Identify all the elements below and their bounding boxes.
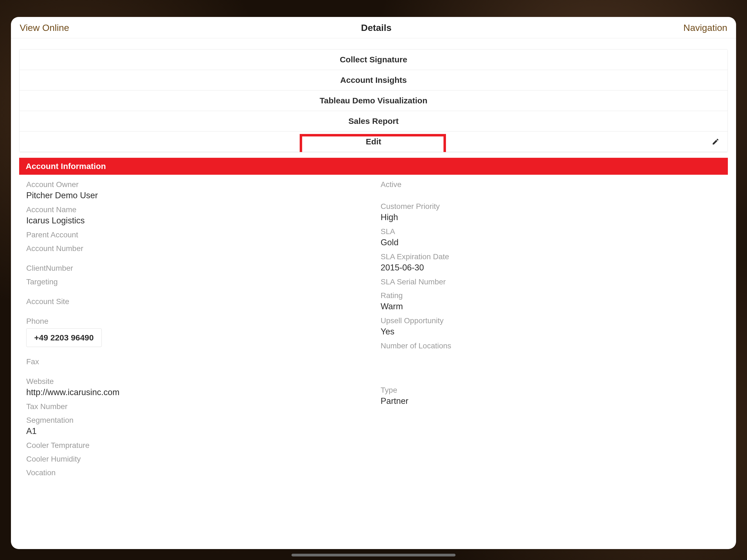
popover-arrow [23,17,40,18]
header-bar: View Online Details Navigation [11,17,736,38]
label-targeting: Targeting [26,278,366,286]
edit-button[interactable]: Edit [19,131,728,152]
field-type: Type Partner [381,386,721,406]
field-cooler-humidity: Cooler Humidity [26,455,366,463]
page-title: Details [361,22,391,33]
value-rating: Warm [381,302,721,311]
label-tax-number: Tax Number [26,402,366,411]
label-segmentation: Segmentation [26,416,366,425]
label-phone: Phone [26,317,366,326]
details-modal: View Online Details Navigation Collect S… [11,17,736,549]
pencil-icon [712,138,719,146]
value-account-name: Icarus Logistics [26,216,366,226]
field-account-site: Account Site [26,297,366,306]
account-insights-button[interactable]: Account Insights [19,70,728,91]
content-scroll[interactable]: Collect Signature Account Insights Table… [11,38,736,549]
fields-container: Account Owner Pitcher Demo User Account … [19,175,728,487]
section-header-account-info: Account Information [19,158,728,175]
field-upsell: Upsell Opportunity Yes [381,316,721,337]
label-account-number: Account Number [26,244,366,253]
phone-button[interactable]: +49 2203 96490 [26,328,102,347]
value-account-owner: Pitcher Demo User [26,190,366,200]
field-cooler-temp: Cooler Temprature [26,441,366,450]
value-sla-exp: 2015-06-30 [381,263,721,273]
navigation-link[interactable]: Navigation [683,22,727,33]
value-customer-priority: High [381,212,721,222]
field-segmentation: Segmentation A1 [26,416,366,436]
field-vocation: Vocation [26,468,366,477]
field-tax-number: Tax Number [26,402,366,411]
label-active: Active [381,180,721,189]
sales-report-button[interactable]: Sales Report [19,111,728,131]
action-list: Collect Signature Account Insights Table… [19,49,728,152]
tableau-demo-button[interactable]: Tableau Demo Visualization [19,91,728,111]
label-locations: Number of Locations [381,341,721,350]
fields-right-column: Active Customer Priority High SLA Gold S… [374,180,728,482]
label-account-name: Account Name [26,205,366,214]
label-rating: Rating [381,291,721,300]
label-vocation: Vocation [26,468,366,477]
label-upsell: Upsell Opportunity [381,316,721,325]
label-fax: Fax [26,357,366,366]
field-locations: Number of Locations [381,341,721,350]
label-account-owner: Account Owner [26,180,366,189]
value-upsell: Yes [381,327,721,337]
field-account-name: Account Name Icarus Logistics [26,205,366,226]
label-account-site: Account Site [26,297,366,306]
field-rating: Rating Warm [381,291,721,311]
label-customer-priority: Customer Priority [381,202,721,211]
field-sla: SLA Gold [381,227,721,248]
value-sla: Gold [381,238,721,248]
label-cooler-temp: Cooler Temprature [26,441,366,450]
label-website: Website [26,377,366,386]
field-customer-priority: Customer Priority High [381,202,721,222]
value-website[interactable]: http://www.icarusinc.com [26,387,366,397]
label-client-number: ClientNumber [26,264,366,273]
view-online-link[interactable]: View Online [20,22,69,33]
field-account-owner: Account Owner Pitcher Demo User [26,180,366,200]
field-active: Active [381,180,721,189]
home-indicator [291,554,456,556]
field-phone: Phone +49 2203 96490 [26,317,366,347]
label-sla: SLA [381,227,721,236]
label-sla-exp: SLA Expiration Date [381,252,721,261]
field-sla-exp: SLA Expiration Date 2015-06-30 [381,252,721,273]
label-cooler-humidity: Cooler Humidity [26,455,366,463]
label-parent-account: Parent Account [26,230,366,239]
field-account-number: Account Number [26,244,366,253]
field-parent-account: Parent Account [26,230,366,239]
fields-left-column: Account Owner Pitcher Demo User Account … [19,180,374,482]
field-fax: Fax [26,357,366,366]
field-client-number: ClientNumber [26,264,366,273]
collect-signature-button[interactable]: Collect Signature [19,50,728,70]
field-sla-serial: SLA Serial Number [381,278,721,286]
edit-button-label: Edit [366,137,381,146]
value-type: Partner [381,396,721,406]
field-website: Website http://www.icarusinc.com [26,377,366,397]
label-sla-serial: SLA Serial Number [381,278,721,286]
label-type: Type [381,386,721,394]
field-targeting: Targeting [26,278,366,286]
value-segmentation: A1 [26,426,366,436]
